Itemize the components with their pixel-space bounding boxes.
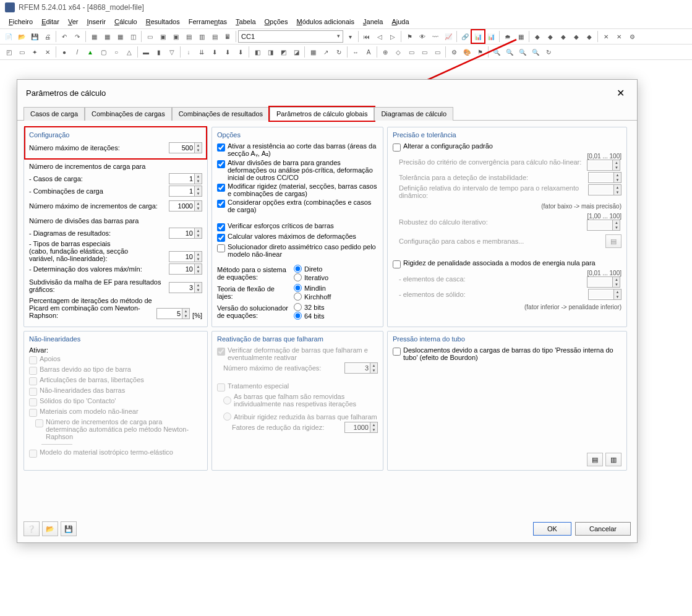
tool2-solid3-icon[interactable]: ◩ — [277, 46, 289, 58]
tool2-beam-icon[interactable]: ▬ — [140, 46, 152, 58]
maxincr-spin[interactable]: ▲▼ — [169, 200, 202, 212]
tool2-set-icon[interactable]: ⚙ — [448, 46, 460, 58]
shell-spin[interactable]: ▲▼ — [587, 276, 620, 288]
menu-ferramentas[interactable]: Ferramentas — [185, 16, 231, 27]
alt-config[interactable]: Alterar a configuração padrão — [393, 142, 622, 152]
tipos-spin[interactable]: ▲▼ — [169, 251, 202, 262]
tool2-solid2-icon[interactable]: ◨ — [264, 46, 276, 58]
opt-critical[interactable]: Verificar esforços críticos de barras — [217, 222, 378, 231]
open-button[interactable]: 📂 — [42, 521, 58, 536]
tool2-green-icon[interactable]: ▲ — [84, 46, 96, 58]
tool-wave-icon[interactable]: 〰 — [429, 30, 442, 43]
tool-box-icon[interactable]: ▭ — [143, 30, 156, 43]
tool2-load2-icon[interactable]: ⇊ — [195, 46, 208, 58]
tool2-zoomout-icon[interactable]: 🔍 — [516, 46, 529, 58]
tab-global-params[interactable]: Parâmetros de cálculo globais — [270, 107, 374, 121]
react-special[interactable]: Tratamento especial — [217, 382, 378, 391]
tab-calc-diagrams[interactable]: Diagramas de cálculo — [374, 107, 453, 121]
tool-x1-icon[interactable]: ✕ — [600, 30, 612, 43]
react-factor-spin[interactable]: ▲▼ — [344, 422, 378, 433]
tool2-solid1-icon[interactable]: ◧ — [251, 46, 263, 58]
tool-link-icon[interactable]: 🔗 — [459, 30, 471, 43]
tool-table2-icon[interactable]: ▥ — [195, 30, 208, 43]
diag-spin[interactable]: ▲▼ — [169, 228, 202, 239]
ok-button[interactable]: OK — [533, 522, 571, 536]
tool2-force-icon[interactable]: ↗ — [320, 46, 332, 58]
nl-bars[interactable]: Barras devido ao tipo de barra — [29, 366, 202, 375]
ver-64[interactable] — [294, 312, 302, 320]
tool-win-icon[interactable]: ▣ — [169, 30, 182, 43]
tool-layers-icon[interactable]: ▤ — [208, 30, 221, 43]
tool2-mesh-icon[interactable]: ▦ — [307, 46, 319, 58]
tool-mod2-icon[interactable]: ◆ — [544, 30, 557, 43]
tube-btn2[interactable]: ▥ — [605, 453, 622, 466]
tool-mod4-icon[interactable]: ◆ — [570, 30, 583, 43]
flex-mindlin[interactable] — [294, 284, 302, 292]
tool-mod1-icon[interactable]: ◆ — [531, 30, 544, 43]
tool2-yz-icon[interactable]: ▭ — [431, 46, 443, 58]
menu-ficheiro[interactable]: Ficheiro — [5, 16, 36, 27]
prec-relax-spin[interactable]: ▲▼ — [588, 184, 622, 195]
react-remove[interactable] — [223, 396, 231, 404]
tool2-iso-icon[interactable]: ◇ — [392, 46, 404, 58]
tool-mod5-icon[interactable]: ◆ — [583, 30, 596, 43]
tab-load-combinations[interactable]: Combinações de cargas — [85, 107, 172, 121]
opt-shear[interactable]: Ativar a resistência ao corte das barras… — [217, 142, 378, 158]
nl-mat[interactable]: Materiais com modelo não-linear — [29, 408, 202, 417]
tool-save-icon[interactable]: 💾 — [28, 30, 41, 43]
solid-spin[interactable]: ▲▼ — [588, 289, 622, 300]
menu-modulos[interactable]: Módulos adicionais — [293, 16, 358, 27]
comb-spin[interactable]: ▲▼ — [169, 186, 202, 197]
tool-x2-icon[interactable]: ✕ — [613, 30, 625, 43]
tool2-axis-icon[interactable]: ⊕ — [379, 46, 391, 58]
tool-graph-icon[interactable]: 📈 — [442, 30, 455, 43]
menu-resultados[interactable]: Resultados — [142, 16, 184, 27]
menu-janela[interactable]: Janela — [359, 16, 387, 27]
save-button[interactable]: 💾 — [61, 521, 77, 536]
pic-spin[interactable]: ▲▼ — [156, 308, 190, 319]
tube-btn1[interactable]: ▤ — [587, 453, 603, 466]
tool-dropdown-icon[interactable]: ▾ — [344, 30, 356, 43]
tool-gear-icon[interactable]: ⚙ — [626, 30, 638, 43]
tool2-zoomfit-icon[interactable]: 🔍 — [529, 46, 542, 58]
tool2-refresh-icon[interactable]: ↻ — [542, 46, 555, 58]
help-button[interactable]: ❔ — [23, 521, 40, 536]
tool-view-icon[interactable]: ◫ — [127, 30, 139, 43]
menu-inserir[interactable]: Inserir — [83, 16, 109, 27]
malha-spin[interactable]: ▲▼ — [169, 282, 202, 293]
flex-kirchhoff[interactable] — [294, 293, 302, 301]
tool2-sup-icon[interactable]: ▽ — [166, 46, 178, 58]
prec-tol-spin[interactable]: ▲▼ — [588, 172, 622, 183]
loadcase-combo[interactable]: CC1 — [238, 30, 343, 43]
react-verify[interactable]: Verificar deformação de barras que falha… — [217, 346, 378, 361]
tool-first-icon[interactable]: ⏮ — [361, 30, 373, 43]
nl-thermo[interactable]: Modelo do material isotrópico termo-elás… — [29, 448, 202, 458]
tool2-load1-icon[interactable]: ↓ — [182, 46, 195, 58]
tool2-xy-icon[interactable]: ▭ — [405, 46, 417, 58]
tool2-paint-icon[interactable]: 🎨 — [461, 46, 473, 58]
method-iterative[interactable] — [294, 273, 302, 281]
opt-extra[interactable]: Considerar opções extra (combinações e c… — [217, 199, 378, 213]
react-reduced[interactable] — [223, 413, 231, 421]
nl-contact[interactable]: Sólidos do tipo 'Contacto' — [29, 397, 202, 406]
tool2-moment-icon[interactable]: ↻ — [333, 46, 345, 58]
opt-maxdef[interactable]: Calcular valores máximos de deformações — [217, 233, 378, 242]
tool2-cone-icon[interactable]: △ — [123, 46, 135, 58]
tool2-col-icon[interactable]: ▮ — [153, 46, 165, 58]
tool2-text-icon[interactable]: A — [362, 46, 375, 58]
tool2-star-icon[interactable]: ✦ — [28, 46, 41, 58]
tool2-crop-icon[interactable]: ◰ — [2, 46, 15, 58]
tool-grid3-icon[interactable]: ▦ — [114, 30, 126, 43]
tool-eye-icon[interactable]: 👁 — [416, 30, 429, 43]
menu-opcoes[interactable]: Opções — [261, 16, 292, 27]
nl-incr[interactable]: Número de incrementos de carga para dete… — [35, 418, 202, 440]
tool-prev-icon[interactable]: ◁ — [374, 30, 386, 43]
react-max-spin[interactable]: ▲▼ — [344, 362, 378, 374]
tool-calculate-icon[interactable]: 📊 — [472, 30, 484, 43]
opt-asym[interactable]: Solucionador direto assimétrico caso ped… — [217, 243, 378, 258]
prec-robust-spin[interactable]: ▲▼ — [587, 220, 620, 231]
tab-result-combinations[interactable]: Combinações de resultados — [172, 107, 270, 121]
rig-penalty[interactable]: Rigidez de penalidade associada a modos … — [393, 259, 622, 268]
tool2-point-icon[interactable]: ● — [58, 46, 70, 58]
tool-next-icon[interactable]: ▷ — [387, 30, 399, 43]
